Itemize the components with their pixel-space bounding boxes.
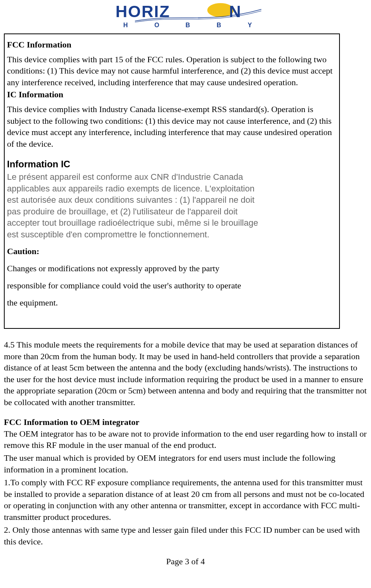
page-footer: Page 3 of 4 bbox=[3, 556, 368, 570]
body-text-section: 4.5 This module meets the requirements f… bbox=[3, 339, 368, 547]
info-box: FCC Information This device complies wit… bbox=[4, 33, 340, 329]
fcc-body: This device complies with part 15 of the… bbox=[7, 54, 337, 88]
svg-text:O: O bbox=[154, 22, 159, 28]
horizon-hobby-logo: HORIZ N H O B B Y bbox=[108, 2, 263, 32]
oem-paragraph-3: 1.To comply with FCC RF exposure complia… bbox=[4, 477, 367, 523]
caution-line-2: responsible for compliance could void th… bbox=[7, 281, 337, 291]
ic-info-french-block: Information IC Le présent appareil est c… bbox=[7, 158, 264, 240]
document-page: HORIZ N H O B B Y FCC Information This d… bbox=[0, 0, 371, 570]
module-separation-paragraph: 4.5 This module meets the requirements f… bbox=[4, 339, 367, 408]
caution-body: Changes or modifications not expressly a… bbox=[7, 263, 337, 308]
page-number: Page 3 of 4 bbox=[166, 556, 205, 566]
oem-paragraph-4: 2. Only those antennas with same type an… bbox=[4, 524, 367, 547]
oem-paragraph-2: The user manual which is provided by OEM… bbox=[4, 452, 367, 475]
ic-heading: IC Information bbox=[7, 90, 337, 100]
svg-text:H: H bbox=[123, 22, 128, 28]
ic-french-body: Le présent appareil est conforme aux CNR… bbox=[7, 171, 264, 240]
svg-text:B: B bbox=[217, 22, 221, 28]
caution-heading: Caution: bbox=[7, 246, 337, 256]
svg-text:N: N bbox=[229, 2, 241, 21]
logo-header: HORIZ N H O B B Y bbox=[3, 0, 368, 32]
oem-heading: FCC Information to OEM integrator bbox=[4, 416, 367, 428]
svg-text:Y: Y bbox=[248, 22, 252, 28]
svg-text:B: B bbox=[186, 22, 190, 28]
oem-paragraph-1: The OEM integrator has to be aware not t… bbox=[4, 428, 367, 451]
ic-french-heading: Information IC bbox=[7, 158, 264, 170]
caution-line-3: the equipment. bbox=[7, 298, 337, 308]
fcc-heading: FCC Information bbox=[7, 40, 337, 50]
caution-line-1: Changes or modifications not expressly a… bbox=[7, 263, 337, 274]
ic-body: This device complies with Industry Canad… bbox=[7, 104, 337, 149]
